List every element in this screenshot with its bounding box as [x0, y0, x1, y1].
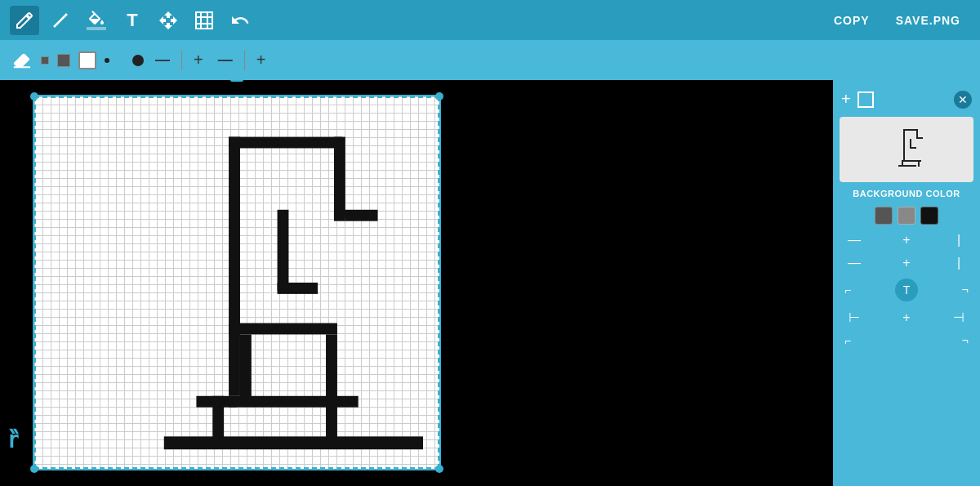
control-row-4: ⊢ + ⊣ [840, 308, 973, 327]
svg-rect-10 [345, 210, 378, 221]
ctrl-left[interactable]: ⊢ [844, 310, 864, 325]
dash-line-2[interactable]: — [215, 51, 236, 69]
svg-rect-6 [229, 137, 240, 396]
svg-rect-9 [334, 210, 345, 221]
grid-tool[interactable] [189, 6, 219, 35]
sprite-preview [840, 117, 973, 182]
svg-rect-25 [916, 137, 923, 139]
fill-tool[interactable] [82, 6, 111, 35]
handle-tr[interactable] [435, 92, 443, 100]
handle-br[interactable] [435, 465, 443, 473]
sprite-canvas[interactable] [33, 95, 441, 470]
svg-rect-28 [902, 160, 903, 167]
color-swatch-mid-gray[interactable] [898, 207, 915, 225]
svg-line-0 [54, 14, 67, 27]
svg-rect-13 [164, 436, 423, 449]
move-tool[interactable] [154, 6, 183, 35]
svg-rect-19 [326, 334, 337, 399]
svg-rect-17 [240, 323, 337, 335]
color-row [840, 205, 973, 226]
size-medium[interactable] [57, 54, 70, 67]
plus-2[interactable]: + [253, 51, 270, 69]
save-button[interactable]: Save.png [886, 9, 970, 32]
dash-line-1[interactable]: — [152, 51, 173, 69]
second-toolbar: — + — + [0, 40, 980, 80]
svg-rect-21 [278, 283, 318, 294]
ctrl-dash-2[interactable]: — [844, 256, 864, 270]
handle-bl[interactable] [30, 465, 38, 473]
panel-top-row: + ✕ [840, 87, 973, 112]
ctrl-plus-1[interactable]: + [897, 233, 916, 247]
svg-rect-31 [910, 147, 916, 149]
svg-rect-18 [240, 334, 252, 399]
panel-close-button[interactable]: ✕ [954, 91, 972, 109]
line-tool[interactable] [46, 6, 75, 35]
corner-tl[interactable]: ⌐ [844, 283, 851, 297]
corner-tr[interactable]: ¬ [962, 283, 969, 297]
svg-rect-22 [903, 129, 905, 160]
undo-tool[interactable] [225, 6, 255, 35]
dot-small[interactable] [105, 58, 109, 63]
background-color-label: Background color [840, 187, 973, 200]
plus-1[interactable]: + [190, 51, 207, 69]
svg-rect-14 [212, 396, 224, 439]
ctrl-vert-2[interactable]: | [949, 256, 969, 270]
control-row-2: — + | [840, 254, 973, 272]
ctrl-vert-1[interactable]: | [949, 233, 969, 247]
pencil-tool[interactable] [10, 6, 39, 35]
svg-rect-7 [229, 137, 342, 149]
main-area: ȑ + ✕ Background col [0, 80, 980, 486]
eraser-tool[interactable] [10, 49, 33, 72]
ctrl-center-plus[interactable]: + [897, 310, 916, 325]
canvas-area[interactable]: ȑ [0, 80, 833, 486]
control-row-3: ⌐ T ¬ [840, 277, 973, 303]
svg-rect-16 [229, 323, 240, 335]
color-swatch-black[interactable] [920, 207, 938, 225]
separator-1 [181, 51, 182, 70]
ctrl-dash-1[interactable]: — [844, 233, 864, 247]
svg-rect-20 [278, 210, 289, 291]
corner-bl[interactable]: ⌐ [844, 334, 851, 347]
separator-2 [244, 51, 245, 70]
panel-square-icon[interactable] [858, 91, 874, 108]
size-small[interactable] [41, 56, 49, 65]
svg-rect-29 [918, 160, 920, 167]
svg-rect-27 [898, 165, 916, 167]
selection-label [230, 80, 243, 82]
top-toolbar: T Copy Save.png [0, 0, 980, 40]
ctrl-right[interactable]: ⊣ [949, 310, 969, 325]
right-panel: + ✕ Background color [833, 80, 980, 486]
svg-rect-23 [903, 129, 918, 131]
handle-tl[interactable] [30, 92, 38, 100]
svg-rect-5 [196, 12, 212, 29]
drawn-content [34, 96, 439, 469]
svg-rect-8 [334, 137, 345, 218]
copy-button[interactable]: Copy [824, 9, 880, 32]
text-tool[interactable]: T [118, 6, 147, 35]
svg-rect-15 [326, 396, 337, 439]
ctrl-space [897, 333, 916, 348]
panel-add-button[interactable]: + [841, 90, 851, 109]
ctrl-plus-2[interactable]: + [897, 256, 916, 270]
dot-large[interactable] [132, 55, 144, 66]
preview-image [882, 125, 931, 174]
left-letter: ȑ [8, 426, 18, 453]
size-large[interactable] [78, 51, 96, 69]
control-row-1: — + | [840, 231, 973, 249]
corner-br[interactable]: ¬ [962, 334, 969, 347]
control-row-5: ⌐ ¬ [840, 332, 973, 350]
color-swatch-dark-gray[interactable] [875, 207, 893, 225]
ctrl-active-t[interactable]: T [895, 279, 918, 301]
